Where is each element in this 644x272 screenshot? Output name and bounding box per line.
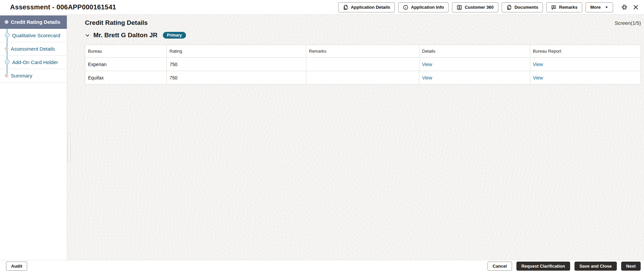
- cancel-button[interactable]: Cancel: [488, 262, 512, 271]
- window-header: Assessment - 006APP000161541 Application…: [0, 0, 644, 15]
- credit-rating-table: Bureau Rating Remarks Details Bureau Rep…: [85, 45, 641, 85]
- sidebar-item-assessment-details[interactable]: Assessment Details: [0, 42, 67, 56]
- documents-button[interactable]: Documents: [502, 2, 543, 12]
- details-view-link[interactable]: View: [422, 75, 432, 80]
- header-actions: Application Details Application Info: [338, 2, 639, 12]
- audit-button[interactable]: Audit: [6, 262, 27, 271]
- chevron-down-icon[interactable]: [85, 33, 90, 38]
- step-label: Credit Rating Details: [11, 19, 60, 25]
- step-label: Add-On Card Holder: [12, 59, 58, 65]
- speech-bubble-icon: [551, 5, 556, 10]
- circle-icon: [5, 47, 8, 51]
- column-header-details: Details: [419, 45, 530, 58]
- remarks-button[interactable]: Remarks: [546, 2, 582, 12]
- primary-badge: Primary: [163, 32, 186, 39]
- customer-name: Mr. Brett G Dalton JR: [93, 32, 157, 39]
- column-header-rating: Rating: [167, 45, 306, 58]
- collapse-icon[interactable]: [621, 4, 628, 10]
- bureau-cell: Experian: [85, 58, 167, 71]
- stepper-sidebar: Credit Rating Details Qualitative Scorec…: [0, 15, 67, 260]
- bullet-icon: [5, 20, 8, 24]
- person-card-icon: [457, 5, 462, 10]
- sidebar-item-summary[interactable]: Summary: [0, 69, 67, 83]
- sidebar-item-credit-rating-details[interactable]: Credit Rating Details: [0, 15, 67, 29]
- button-label: Customer 360: [465, 5, 494, 10]
- check-circle-icon: [5, 59, 10, 65]
- circle-icon: [5, 74, 8, 77]
- screen-indicator: Screen(1/5): [615, 20, 641, 26]
- customer-section-header: Mr. Brett G Dalton JR Primary: [85, 32, 641, 39]
- close-icon[interactable]: [633, 4, 639, 10]
- window-title: Assessment - 006APP000161541: [10, 3, 116, 11]
- application-info-button[interactable]: Application Info: [398, 2, 449, 12]
- details-view-link[interactable]: View: [422, 62, 432, 67]
- column-header-remarks: Remarks: [306, 45, 419, 58]
- remarks-cell: [306, 58, 419, 71]
- bureau-report-view-link[interactable]: View: [533, 62, 543, 67]
- table-row: Equifax 750 View View: [85, 71, 641, 85]
- button-label: Application Details: [351, 5, 390, 10]
- bureau-report-view-link[interactable]: View: [533, 75, 543, 80]
- content-header: Credit Rating Details Screen(1/5): [85, 19, 641, 26]
- check-circle-icon: [5, 33, 10, 39]
- column-header-bureau: Bureau: [85, 45, 167, 58]
- more-button[interactable]: More: [586, 2, 613, 12]
- window-body: Credit Rating Details Qualitative Scorec…: [0, 15, 644, 260]
- rating-cell: 750: [167, 71, 306, 85]
- table-row: Experian 750 View View: [85, 58, 641, 71]
- step-label: Assessment Details: [11, 46, 55, 52]
- document-icon: [506, 5, 512, 10]
- column-header-bureau-report: Bureau Report: [530, 45, 641, 58]
- button-label: Application Info: [411, 5, 444, 10]
- bureau-cell: Equifax: [85, 71, 167, 85]
- window-controls: [621, 4, 639, 10]
- button-label: Remarks: [559, 5, 578, 10]
- next-button[interactable]: Next: [621, 262, 641, 271]
- main-content: Credit Rating Details Screen(1/5) Mr. Br…: [67, 15, 644, 260]
- footer-actions: Cancel Request Clarification Save and Cl…: [488, 262, 641, 271]
- step-label: Qualitative Scorecard: [12, 33, 60, 38]
- assessment-window: Assessment - 006APP000161541 Application…: [0, 0, 644, 272]
- save-and-close-button[interactable]: Save and Close: [574, 262, 617, 271]
- sidebar-item-qualitative-scorecard[interactable]: Qualitative Scorecard: [0, 29, 67, 42]
- panel-resize-handle[interactable]: [68, 133, 70, 162]
- caret-down-icon: [605, 5, 608, 9]
- action-footer: Audit Cancel Request Clarification Save …: [0, 260, 644, 272]
- request-clarification-button[interactable]: Request Clarification: [516, 262, 570, 271]
- step-label: Summary: [11, 73, 32, 78]
- rating-cell: 750: [167, 58, 306, 71]
- document-icon: [343, 5, 348, 10]
- button-label: More: [590, 5, 601, 10]
- remarks-cell: [306, 71, 419, 85]
- sidebar-item-add-on-card-holder[interactable]: Add-On Card Holder: [0, 56, 67, 69]
- button-label: Documents: [514, 5, 538, 10]
- application-details-button[interactable]: Application Details: [338, 2, 395, 12]
- table-header-row: Bureau Rating Remarks Details Bureau Rep…: [85, 45, 641, 58]
- customer-360-button[interactable]: Customer 360: [452, 2, 498, 12]
- info-icon: [403, 5, 408, 10]
- page-title: Credit Rating Details: [85, 19, 148, 26]
